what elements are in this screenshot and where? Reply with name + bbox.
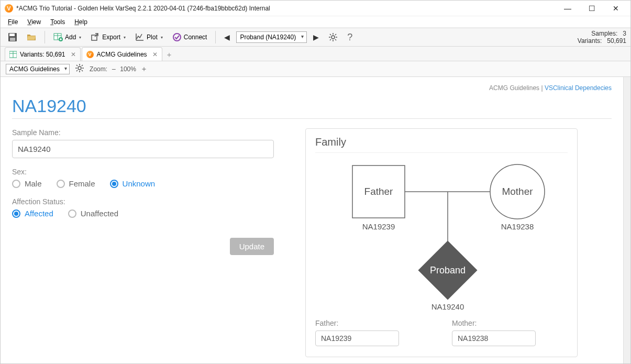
sub-settings-button[interactable] <box>75 63 84 74</box>
sample-select[interactable]: Proband (NA19240) <box>236 31 307 43</box>
update-button[interactable]: Update <box>230 238 274 255</box>
breadcrumb-acmg: ACMG Guidelines <box>489 84 539 92</box>
tab-variants[interactable]: Variants: 50,691 ✕ <box>5 47 81 61</box>
sex-label: Sex: <box>12 168 284 176</box>
counts-panel: Samples:3 Variants:50,691 <box>578 30 626 45</box>
svg-point-8 <box>173 34 181 41</box>
pedigree-diagram: Father NA19239 Mother NA19238 Proband <box>315 160 568 312</box>
unaffected-radio[interactable]: Unaffected <box>68 209 118 218</box>
connect-button[interactable]: Connect <box>169 31 211 43</box>
father-label: Father: <box>315 319 431 327</box>
caret-down-icon: ▾ <box>79 35 81 40</box>
sex-unknown-radio[interactable]: Unknown <box>110 179 156 188</box>
samples-value: 3 <box>623 30 626 37</box>
svg-rect-2 <box>10 38 15 41</box>
gear-icon <box>75 63 84 73</box>
export-icon <box>91 32 100 42</box>
export-button[interactable]: Export ▾ <box>87 31 129 43</box>
folder-open-icon <box>27 32 36 42</box>
add-label: Add <box>65 34 76 41</box>
prev-sample-button[interactable]: ◀ <box>221 33 233 41</box>
settings-button[interactable] <box>325 31 341 43</box>
main-toolbar: Add ▾ Export ▾ Plot ▾ Connect ◀ Proband … <box>1 28 630 47</box>
close-icon[interactable]: ✕ <box>71 51 76 58</box>
father-input[interactable] <box>315 330 399 346</box>
guidelines-select[interactable]: ACMG Guidelines <box>6 64 70 74</box>
table-add-icon <box>53 32 63 42</box>
sample-select-value: Proband (NA19240) <box>240 34 296 41</box>
app-icon: V <box>86 51 94 58</box>
variants-label: Variants: <box>578 37 602 45</box>
add-button[interactable]: Add ▾ <box>50 31 84 43</box>
connect-label: Connect <box>184 34 207 41</box>
open-button[interactable] <box>24 31 39 43</box>
plot-button[interactable]: Plot ▾ <box>132 31 166 43</box>
affected-radio[interactable]: Affected <box>12 209 53 218</box>
app-icon: V <box>5 4 13 13</box>
sub-toolbar: ACMG Guidelines Zoom: − 100% ＋ <box>1 61 630 77</box>
tab-bar: Variants: 50,691 ✕ V ACMG Guidelines ✕ ＋ <box>1 47 630 61</box>
page-title: NA19240 <box>12 96 612 119</box>
svg-line-29 <box>82 65 83 66</box>
save-button[interactable] <box>5 31 20 43</box>
export-label: Export <box>102 34 120 41</box>
svg-line-16 <box>330 39 331 40</box>
variants-value: 50,691 <box>607 37 626 45</box>
svg-rect-1 <box>9 34 15 36</box>
menu-help[interactable]: Help <box>74 18 87 26</box>
caret-down-icon: ▾ <box>161 35 163 40</box>
menu-tools[interactable]: Tools <box>50 18 65 26</box>
svg-line-26 <box>76 65 78 66</box>
maximize-button[interactable]: ☐ <box>584 4 599 13</box>
page-content: ACMG Guidelines | VSClinical Dependecies… <box>1 77 623 363</box>
mother-node-id: NA19238 <box>501 222 534 231</box>
tab-acmg[interactable]: V ACMG Guidelines ✕ <box>82 47 162 61</box>
caret-down-icon: ▾ <box>124 35 126 40</box>
table-icon <box>9 51 17 58</box>
add-tab-button[interactable]: ＋ <box>163 50 175 61</box>
proband-node-label: Proband <box>430 265 466 275</box>
titlebar: V *ACMG Trio Tutorial - Golden Helix Var… <box>1 1 630 16</box>
menubar: File View Tools Help <box>1 16 630 28</box>
zoom-out-button[interactable]: − <box>112 65 116 73</box>
vertical-scrollbar[interactable] <box>623 77 630 363</box>
breadcrumb-vsclinical-link[interactable]: VSClinical Dependecies <box>545 84 612 92</box>
father-node-id: NA19239 <box>362 222 395 231</box>
sample-name-input[interactable] <box>12 140 274 158</box>
father-node-label: Father <box>364 186 394 197</box>
sex-female-radio[interactable]: Female <box>57 179 95 188</box>
svg-line-27 <box>82 70 83 71</box>
mother-label: Mother: <box>452 319 568 327</box>
plot-icon <box>135 32 145 42</box>
minimize-button[interactable]: — <box>560 4 575 13</box>
tab-acmg-label: ACMG Guidelines <box>97 51 147 58</box>
menu-view[interactable]: View <box>27 18 41 26</box>
mother-node-label: Mother <box>502 186 533 197</box>
svg-point-9 <box>331 36 335 39</box>
breadcrumb: ACMG Guidelines | VSClinical Dependecies <box>12 82 612 96</box>
sample-name-label: Sample Name: <box>12 128 284 137</box>
plot-label: Plot <box>147 34 158 41</box>
help-button[interactable]: ? <box>344 30 356 45</box>
menu-file[interactable]: File <box>8 18 18 26</box>
svg-line-15 <box>335 39 336 40</box>
svg-line-28 <box>76 70 78 71</box>
affection-label: Affection Status: <box>12 197 284 206</box>
close-icon[interactable]: ✕ <box>152 51 158 58</box>
gear-icon <box>328 32 338 42</box>
close-button[interactable]: ✕ <box>608 4 623 13</box>
zoom-value: 100% <box>120 65 136 73</box>
zoom-in-button[interactable]: ＋ <box>140 64 148 74</box>
mother-input[interactable] <box>452 330 536 346</box>
svg-line-14 <box>330 34 331 35</box>
proband-node-id: NA19240 <box>431 302 464 311</box>
zoom-label: Zoom: <box>90 65 107 73</box>
floppy-icon <box>8 32 17 42</box>
connect-icon <box>172 32 182 42</box>
window-title: *ACMG Trio Tutorial - Golden Helix VarSe… <box>16 5 270 12</box>
sex-male-radio[interactable]: Male <box>12 179 42 188</box>
next-sample-button[interactable]: ▶ <box>310 33 322 41</box>
samples-label: Samples: <box>591 30 617 37</box>
svg-line-17 <box>335 34 336 35</box>
guidelines-select-value: ACMG Guidelines <box>9 65 60 73</box>
